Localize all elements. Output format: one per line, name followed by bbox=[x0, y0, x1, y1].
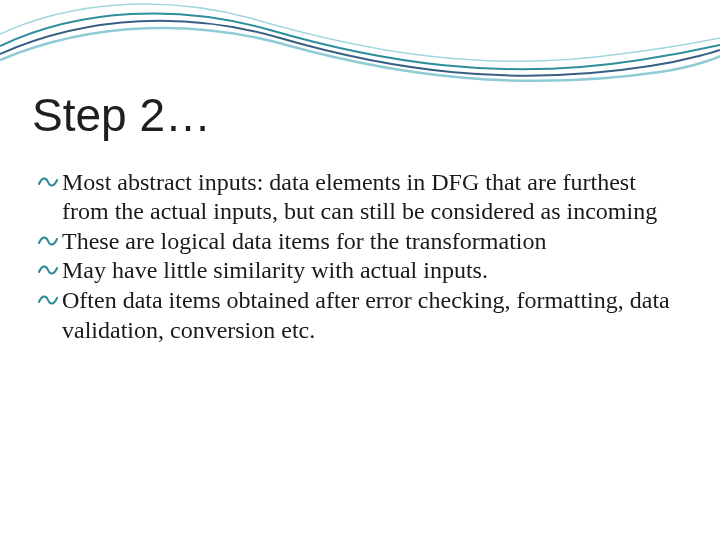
decorative-wave bbox=[0, 0, 720, 90]
bullet-text: Often data items obtained after error ch… bbox=[62, 286, 686, 345]
bullet-text: May have little similarity with actual i… bbox=[62, 256, 686, 285]
bullet-icon bbox=[38, 256, 60, 286]
list-item: Most abstract inputs: data elements in D… bbox=[38, 168, 686, 227]
slide: Step 2… Most abstract inputs: data eleme… bbox=[0, 0, 720, 540]
list-item: May have little similarity with actual i… bbox=[38, 256, 686, 286]
list-item: Often data items obtained after error ch… bbox=[38, 286, 686, 345]
bullet-icon bbox=[38, 168, 60, 198]
bullet-text: Most abstract inputs: data elements in D… bbox=[62, 168, 686, 227]
bullet-list: Most abstract inputs: data elements in D… bbox=[38, 168, 686, 345]
bullet-icon bbox=[38, 286, 60, 316]
list-item: These are logical data items for the tra… bbox=[38, 227, 686, 257]
bullet-icon bbox=[38, 227, 60, 257]
bullet-text: These are logical data items for the tra… bbox=[62, 227, 686, 256]
slide-title: Step 2… bbox=[32, 88, 211, 142]
